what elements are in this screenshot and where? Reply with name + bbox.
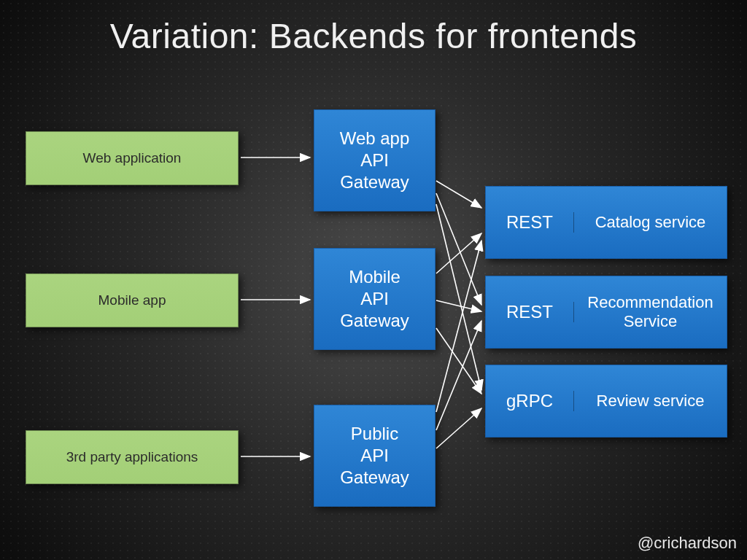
slide-title: Variation: Backends for frontends <box>0 16 747 56</box>
arrow-gw-public-to-catalog <box>436 241 481 412</box>
arrow-gw-web-to-review <box>436 204 481 390</box>
arrow-gw-web-to-catalog <box>436 181 481 208</box>
gateway-web-app: Web app API Gateway <box>314 109 436 211</box>
gateway-label: Web app API Gateway <box>340 128 410 193</box>
client-label: Web application <box>83 150 182 166</box>
arrow-gw-web-to-reco <box>436 193 481 305</box>
gateway-public: Public API Gateway <box>314 405 436 507</box>
service-name: Catalog service <box>574 213 727 232</box>
service-name: Recommendation Service <box>574 293 727 332</box>
service-protocol: REST <box>486 302 574 322</box>
arrow-gw-mobile-to-catalog <box>436 233 481 273</box>
credit-handle: @crichardson <box>638 534 737 553</box>
service-protocol: gRPC <box>486 391 574 411</box>
client-mobile-app: Mobile app <box>26 273 239 327</box>
arrow-gw-public-to-reco <box>436 321 481 430</box>
arrow-gw-public-to-review <box>436 408 481 448</box>
service-name: Review service <box>574 392 727 411</box>
client-label: Mobile app <box>98 292 166 308</box>
service-recommendation: REST Recommendation Service <box>485 276 727 349</box>
arrow-gw-mobile-to-reco <box>436 300 481 311</box>
client-label: 3rd party applications <box>66 449 198 465</box>
gateway-label: Mobile API Gateway <box>340 266 409 332</box>
service-catalog: REST Catalog service <box>485 186 727 259</box>
service-protocol: REST <box>486 212 574 233</box>
gateway-mobile: Mobile API Gateway <box>314 248 436 350</box>
arrow-gw-mobile-to-review <box>436 328 481 394</box>
client-web-application: Web application <box>26 131 239 185</box>
client-third-party: 3rd party applications <box>26 430 239 484</box>
service-review: gRPC Review service <box>485 365 727 438</box>
slide-stage: Variation: Backends for frontends Web ap… <box>0 0 747 560</box>
gateway-label: Public API Gateway <box>340 423 409 489</box>
